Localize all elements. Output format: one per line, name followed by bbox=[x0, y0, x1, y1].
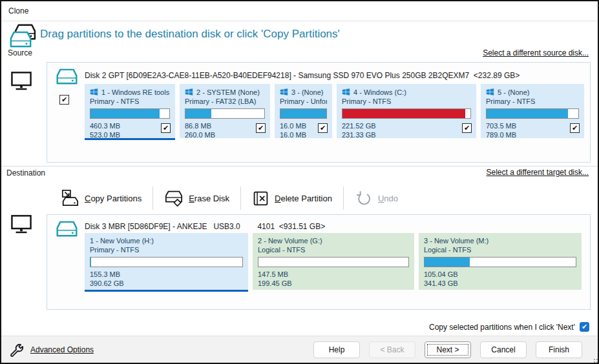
windows-logo-icon bbox=[342, 88, 350, 96]
instruction-text: Drag partitions to the destination disk … bbox=[40, 28, 340, 41]
select-source-disk-link[interactable]: Select a different source disk... bbox=[483, 48, 589, 57]
partition-type: Logical - NTFS bbox=[424, 246, 576, 254]
usage-bar bbox=[424, 257, 576, 267]
partition-sizes: 460.3 MB523.0 MB bbox=[90, 121, 170, 138]
usage-bar bbox=[90, 108, 170, 119]
source-drive-icon bbox=[55, 68, 79, 86]
partition-type: Primary - NTFS bbox=[486, 97, 579, 105]
usage-bar-fill bbox=[90, 109, 160, 118]
usage-bar bbox=[185, 108, 265, 119]
destination-partition-2[interactable]: 2 - New Volume (G:) Logical - NTFS 147.5… bbox=[253, 233, 414, 290]
partition-name: 1 - Windows RE tools (Nor bbox=[101, 88, 170, 96]
destination-label: Destination bbox=[6, 168, 45, 177]
usage-bar bbox=[280, 108, 327, 119]
partition-name: 2 - SYSTEM (None) bbox=[196, 88, 260, 96]
undo-button[interactable]: Undo bbox=[344, 189, 409, 207]
windows-logo-icon bbox=[90, 88, 98, 96]
usage-bar-fill bbox=[90, 258, 91, 267]
source-disk-panel: Disk 2 GPT [6D09E2A3-CAE8-11EB-A520-B40E… bbox=[47, 62, 591, 163]
source-partition-2[interactable]: 2 - SYSTEM (None) Primary - FAT32 (LBA) … bbox=[180, 84, 270, 138]
copy-partitions-icon bbox=[60, 189, 79, 207]
usage-bar bbox=[258, 257, 409, 267]
partition-checkbox[interactable] bbox=[570, 123, 580, 133]
usage-bar-fill bbox=[185, 109, 211, 118]
partition-checkbox[interactable] bbox=[256, 123, 266, 133]
partition-type: Primary - FAT32 (LBA) bbox=[185, 97, 265, 105]
destination-disk-info: Disk 3 MBR [5D86DF9E] - ANKEJE USB3.0 41… bbox=[85, 222, 325, 231]
partition-sizes: 703.5 MB789.0 MB bbox=[486, 121, 579, 138]
delete-partition-button[interactable]: Delete Partition bbox=[241, 190, 343, 207]
copy-partitions-button[interactable]: Copy Partitions bbox=[49, 189, 152, 207]
section-divider bbox=[1, 166, 598, 167]
usage-bar bbox=[90, 257, 243, 267]
partition-checkbox[interactable] bbox=[161, 123, 171, 133]
wrench-icon bbox=[9, 341, 26, 358]
partition-name: 3 - New Volume (M:) bbox=[424, 237, 489, 245]
partition-sizes: 147.5 MB199.45 GB bbox=[258, 270, 409, 288]
usage-bar-fill bbox=[487, 109, 568, 118]
destination-disk-panel: Disk 3 MBR [5D86DF9E] - ANKEJE USB3.0 41… bbox=[47, 214, 591, 310]
destination-toolbar: Copy Partitions Erase Disk Delete Partit… bbox=[49, 185, 409, 212]
next-button[interactable]: Next > bbox=[425, 341, 471, 358]
destination-partition-3[interactable]: 3 - New Volume (M:) Logical - NTFS 105.0… bbox=[419, 233, 582, 290]
usage-bar bbox=[486, 108, 579, 119]
footer-bar: Advanced Options Help < Back Next > Canc… bbox=[1, 336, 598, 363]
partition-name: 1 - New Volume (H:) bbox=[90, 237, 154, 245]
cancel-button[interactable]: Cancel bbox=[480, 341, 527, 358]
erase-disk-button[interactable]: Erase Disk bbox=[153, 189, 240, 207]
usage-bar-fill bbox=[280, 109, 326, 118]
usage-bar-fill bbox=[342, 109, 465, 118]
source-partition-4[interactable]: 4 - Windows (C:) Primary - NTFS 221.52 G… bbox=[337, 84, 476, 138]
windows-logo-icon bbox=[185, 88, 193, 96]
partition-sizes: 86.8 MB260.0 MB bbox=[185, 121, 265, 138]
copy-next-checkbox[interactable] bbox=[580, 322, 589, 332]
copy-next-label: Copy selected partitions when I click 'N… bbox=[429, 323, 575, 332]
windows-logo-icon bbox=[486, 88, 494, 96]
select-target-disk-link[interactable]: Select a different target disk... bbox=[486, 168, 589, 177]
source-disk-info: Disk 2 GPT [6D09E2A3-CAE8-11EB-A520-B40E… bbox=[85, 71, 520, 80]
help-button[interactable]: Help bbox=[313, 341, 360, 358]
destination-computer-icon bbox=[10, 214, 32, 234]
partition-type: Logical - NTFS bbox=[258, 246, 409, 254]
partition-name: 4 - Windows (C:) bbox=[353, 88, 406, 96]
source-partitions: 1 - Windows RE tools (Nor Primary - NTFS… bbox=[85, 84, 584, 138]
partition-name: 5 - (None) bbox=[498, 88, 530, 96]
resize-grip[interactable] bbox=[594, 359, 595, 360]
clone-dialog: Clone Drag partitions to the destination… bbox=[0, 0, 599, 364]
source-disk-checkbox[interactable] bbox=[59, 95, 69, 105]
delete-partition-icon bbox=[252, 190, 269, 207]
advanced-options-link[interactable]: Advanced Options bbox=[9, 341, 94, 358]
partition-sizes: 105.04 GB341.43 GB bbox=[424, 270, 576, 288]
source-label: Source bbox=[8, 48, 32, 57]
source-partition-3[interactable]: 3 - (None) Primary - Unformatted 16.0 MB… bbox=[275, 84, 332, 138]
partition-sizes: 155.3 MB390.62 GB bbox=[90, 270, 243, 288]
dialog-buttons: Help < Back Next > Cancel Finish bbox=[313, 341, 582, 358]
clone-drives-icon bbox=[8, 23, 37, 50]
partition-type: Primary - NTFS bbox=[90, 246, 243, 254]
partition-type: Primary - NTFS bbox=[90, 97, 170, 105]
destination-partition-1[interactable]: 1 - New Volume (H:) Primary - NTFS 155.3… bbox=[85, 233, 248, 290]
undo-icon bbox=[355, 189, 373, 207]
erase-disk-icon bbox=[164, 189, 184, 207]
usage-bar-fill bbox=[425, 258, 470, 267]
source-partition-5[interactable]: 5 - (None) Primary - NTFS 703.5 MB789.0 … bbox=[481, 84, 584, 138]
source-partition-1[interactable]: 1 - Windows RE tools (Nor Primary - NTFS… bbox=[85, 84, 175, 138]
destination-partitions: 1 - New Volume (H:) Primary - NTFS 155.3… bbox=[85, 233, 582, 290]
partition-checkbox[interactable] bbox=[462, 123, 472, 133]
partition-checkbox[interactable] bbox=[318, 123, 328, 133]
destination-drive-icon bbox=[55, 220, 79, 238]
window-title: Clone bbox=[1, 1, 598, 21]
windows-logo-icon bbox=[280, 88, 288, 96]
partition-type: Primary - Unformatted bbox=[280, 97, 327, 105]
copy-next-row: Copy selected partitions when I click 'N… bbox=[429, 322, 589, 332]
source-computer-icon bbox=[10, 71, 32, 91]
finish-button[interactable]: Finish bbox=[536, 341, 582, 358]
partition-name: 3 - (None) bbox=[291, 88, 324, 96]
partition-name: 2 - New Volume (G:) bbox=[258, 237, 322, 245]
partition-sizes: 221.52 GB231.33 GB bbox=[342, 121, 471, 138]
usage-bar bbox=[342, 108, 471, 119]
back-button[interactable]: < Back bbox=[369, 341, 415, 358]
partition-type: Primary - NTFS bbox=[342, 97, 471, 105]
